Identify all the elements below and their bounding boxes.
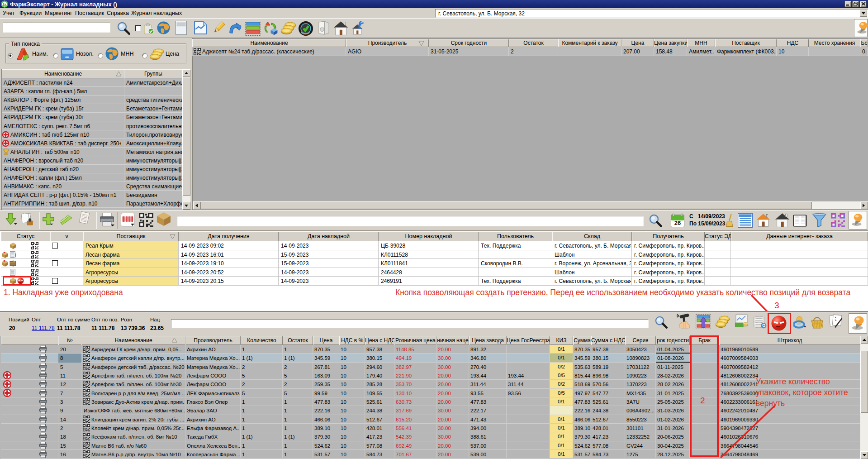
svg-text:26: 26 — [674, 220, 681, 226]
svg-text:fx: fx — [3, 2, 6, 7]
